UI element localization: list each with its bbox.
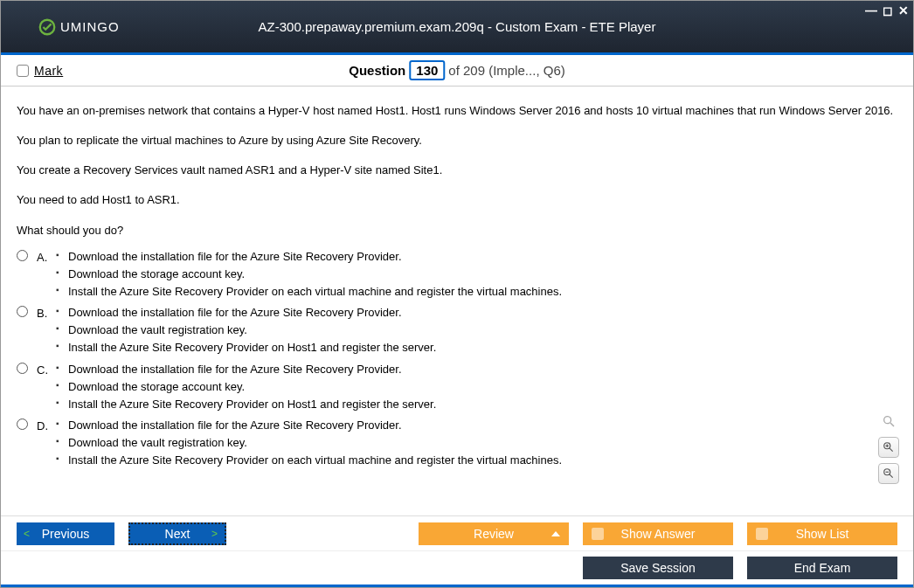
session-button-row: Save Session End Exam bbox=[1, 550, 913, 587]
answer-d-line-1: Download the installation file for the A… bbox=[56, 417, 897, 434]
review-button[interactable]: Review bbox=[419, 522, 569, 545]
question-number[interactable]: 130 bbox=[409, 60, 445, 80]
nav-button-row: < Previous Next > Review Show Answer Sho… bbox=[1, 515, 913, 550]
para-1: You have an on-premises network that con… bbox=[17, 102, 897, 120]
triangle-up-icon bbox=[551, 531, 560, 536]
zoom-in-icon[interactable] bbox=[878, 437, 899, 458]
answer-c-line-3: Install the Azure Site Recovery Provider… bbox=[56, 396, 897, 413]
para-4: You need to add Host1 to ASR1. bbox=[17, 191, 897, 209]
brand-logo: UMINGO bbox=[38, 17, 120, 37]
mark-label: Mark bbox=[34, 64, 63, 78]
next-label: Next bbox=[165, 527, 190, 541]
question-content: You have an on-premises network that con… bbox=[1, 86, 913, 488]
answer-a-line-3: Install the Azure Site Recovery Provider… bbox=[56, 283, 897, 301]
show-answer-button[interactable]: Show Answer bbox=[583, 522, 733, 545]
answer-c-line-1: Download the installation file for the A… bbox=[56, 361, 897, 378]
answer-option-c[interactable]: C. Download the installation file for th… bbox=[17, 361, 897, 413]
window-title: AZ-300.prepaway.premium.exam.209q - Cust… bbox=[259, 19, 656, 34]
close-icon[interactable]: ✕ bbox=[898, 3, 909, 17]
logo-check-icon bbox=[38, 17, 57, 37]
question-header: Mark Question 130 of 209 (Imple..., Q6) bbox=[1, 55, 913, 86]
save-session-button[interactable]: Save Session bbox=[583, 557, 733, 579]
previous-button[interactable]: < Previous bbox=[17, 522, 114, 545]
answer-icon bbox=[592, 528, 604, 540]
show-list-button[interactable]: Show List bbox=[747, 522, 897, 545]
radio-c[interactable] bbox=[17, 363, 28, 374]
end-exam-button[interactable]: End Exam bbox=[747, 557, 897, 579]
end-exam-label: End Exam bbox=[794, 561, 851, 575]
save-session-label: Save Session bbox=[620, 561, 696, 575]
answer-body-b: Download the installation file for the A… bbox=[56, 304, 897, 356]
question-label: Question bbox=[349, 63, 405, 78]
answer-d-line-3: Install the Azure Site Recovery Provider… bbox=[56, 452, 897, 469]
radio-a[interactable] bbox=[17, 250, 28, 261]
question-indicator: Question 130 of 209 (Imple..., Q6) bbox=[349, 60, 564, 80]
answer-option-b[interactable]: B. Download the installation file for th… bbox=[17, 304, 897, 356]
title-bar: UMINGO AZ-300.prepaway.premium.exam.209q… bbox=[1, 1, 913, 55]
answer-body-d: Download the installation file for the A… bbox=[56, 417, 897, 469]
svg-line-4 bbox=[890, 448, 893, 452]
answer-body-a: Download the installation file for the A… bbox=[56, 248, 897, 301]
chevron-right-icon: > bbox=[211, 528, 218, 540]
para-3: You create a Recovery Services vault nam… bbox=[17, 162, 897, 179]
svg-point-1 bbox=[884, 417, 891, 424]
svg-line-2 bbox=[890, 423, 894, 426]
answer-a-line-1: Download the installation file for the A… bbox=[56, 248, 897, 266]
letter-d: D. bbox=[37, 418, 56, 435]
maximize-icon[interactable]: ◻ bbox=[883, 3, 893, 17]
answer-option-d[interactable]: D. Download the installation file for th… bbox=[17, 417, 897, 469]
chevron-left-icon: < bbox=[24, 528, 30, 540]
radio-d[interactable] bbox=[17, 419, 28, 430]
previous-label: Previous bbox=[42, 527, 89, 541]
show-answer-label: Show Answer bbox=[621, 527, 696, 541]
para-5: What should you do? bbox=[17, 222, 897, 239]
answer-b-line-2: Download the vault registration key. bbox=[56, 322, 897, 339]
answer-d-line-2: Download the vault registration key. bbox=[56, 434, 897, 452]
radio-b[interactable] bbox=[17, 306, 28, 317]
answer-body-c: Download the installation file for the A… bbox=[56, 361, 897, 413]
letter-c: C. bbox=[37, 362, 56, 379]
list-icon bbox=[756, 528, 768, 540]
brand-name: UMINGO bbox=[60, 19, 120, 34]
mark-checkbox[interactable] bbox=[17, 65, 29, 77]
review-label: Review bbox=[474, 527, 514, 541]
answer-a-line-2: Download the storage account key. bbox=[56, 266, 897, 283]
next-button[interactable]: Next > bbox=[128, 522, 226, 545]
zoom-tools bbox=[878, 411, 899, 484]
mark-checkbox-group[interactable]: Mark bbox=[17, 64, 63, 78]
answers-list: A. Download the installation file for th… bbox=[17, 248, 897, 470]
search-icon[interactable] bbox=[878, 411, 899, 432]
show-list-label: Show List bbox=[796, 527, 849, 541]
answer-option-a[interactable]: A. Download the installation file for th… bbox=[17, 248, 897, 301]
para-2: You plan to replicate the virtual machin… bbox=[17, 132, 897, 149]
answer-b-line-1: Download the installation file for the A… bbox=[56, 304, 897, 322]
footer: < Previous Next > Review Show Answer Sho… bbox=[1, 515, 913, 587]
zoom-out-icon[interactable] bbox=[878, 463, 899, 484]
answer-b-line-3: Install the Azure Site Recovery Provider… bbox=[56, 339, 897, 356]
letter-b: B. bbox=[37, 305, 56, 322]
letter-a: A. bbox=[37, 249, 56, 266]
svg-line-8 bbox=[890, 474, 893, 478]
window-controls: — ◻ ✕ bbox=[865, 3, 909, 17]
answer-c-line-2: Download the storage account key. bbox=[56, 378, 897, 396]
question-of-text: of 209 (Imple..., Q6) bbox=[448, 63, 564, 78]
minimize-icon[interactable]: — bbox=[865, 3, 877, 17]
